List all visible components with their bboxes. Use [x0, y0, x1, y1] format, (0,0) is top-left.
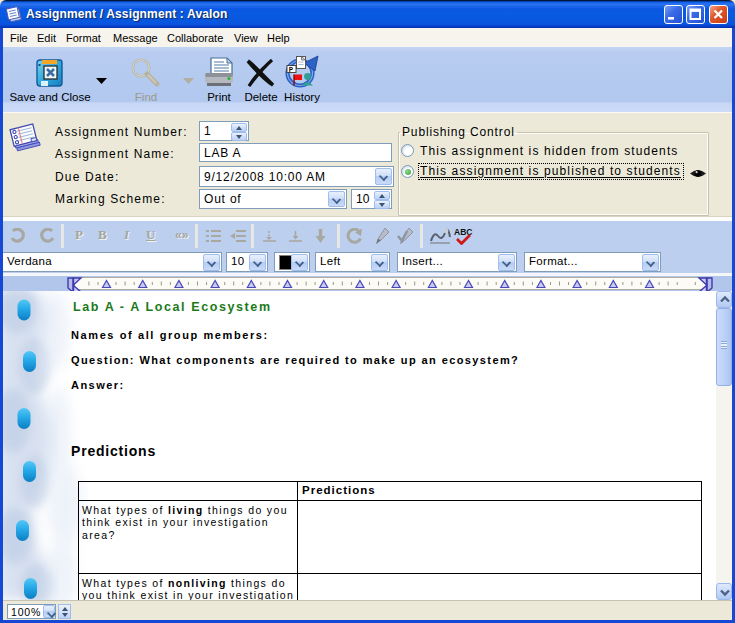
svg-text:P: P [289, 66, 294, 73]
